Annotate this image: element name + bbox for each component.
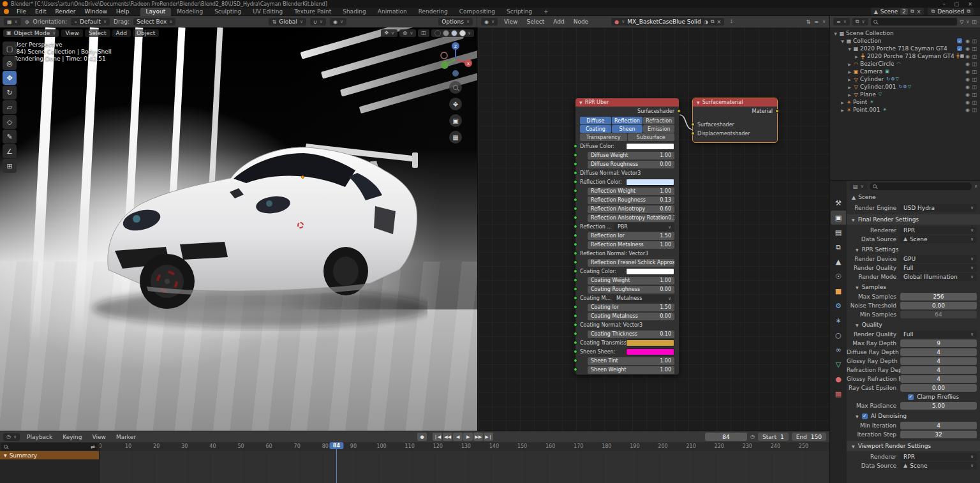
properties-tab-view-layer[interactable]: ⧉ xyxy=(831,240,846,254)
collection-checkbox[interactable]: ✓ xyxy=(957,46,962,51)
panel-header-rpr-settings[interactable]: ▼RPR Settings xyxy=(847,245,980,254)
uber-param-coating-thickness[interactable]: Coating Thickness0.10 xyxy=(580,330,674,338)
material-output-socket[interactable] xyxy=(775,109,779,113)
properties-tab-render[interactable]: ▣ xyxy=(831,211,846,225)
panel-header-samples[interactable]: ▼Samples xyxy=(847,283,980,292)
frame-end-field[interactable]: End150 xyxy=(792,433,826,441)
shading-rendered-button[interactable] xyxy=(459,30,466,36)
hide-eye-icon[interactable]: ◉ xyxy=(964,61,971,67)
lobe-sheen-button[interactable]: Sheen xyxy=(612,125,643,133)
uber-param-coating-transmission-c[interactable]: Coating Transmission C... xyxy=(580,339,674,347)
drag-dropdown[interactable]: Select Box∨ xyxy=(133,18,175,26)
setting-dropdown[interactable]: USD Hydra∨ xyxy=(900,204,977,212)
hide-eye-icon[interactable]: ◉ xyxy=(964,54,971,59)
outliner-item-camera[interactable]: ▶▣Camera▣◉◫ xyxy=(830,68,980,75)
setting-number-field[interactable]: 4 xyxy=(900,357,977,365)
viewport-3d[interactable]: ▣ Object Mode∨ ViewSelectAddObject ✥∨ ◍∨… xyxy=(0,27,477,431)
node-snap-icon[interactable]: ⇅ xyxy=(806,19,810,25)
disable-render-icon[interactable]: ◫ xyxy=(971,54,978,59)
properties-type-button[interactable]: ▤∨ xyxy=(850,182,867,190)
input-socket[interactable] xyxy=(574,207,577,211)
mode-transfer-icon[interactable]: ⊕ xyxy=(25,19,29,25)
input-socket[interactable] xyxy=(574,251,577,255)
properties-tab-object[interactable]: ■ xyxy=(831,284,846,298)
scene-selector[interactable]: ▲ Scene 2 ⧉ × xyxy=(871,8,924,15)
color-swatch[interactable] xyxy=(626,339,674,346)
perspective-toggle-button[interactable]: ▦ xyxy=(449,131,462,144)
node-menu-add[interactable]: Add xyxy=(549,19,568,25)
node-editor-type-button[interactable]: ◉∨ xyxy=(481,18,498,26)
outliner-item-collection[interactable]: ▼▦Collection✓◉◫ xyxy=(830,37,980,45)
param-slider[interactable]: Diffuse Weight1.00 xyxy=(588,152,674,160)
lobe-coating-button[interactable]: Coating xyxy=(580,125,611,133)
transform-pivot-dropdown[interactable]: ⇅Global∨ xyxy=(269,18,306,26)
expand-icon[interactable]: ▶ xyxy=(840,100,845,105)
color-swatch[interactable] xyxy=(626,348,674,355)
menu-edit[interactable]: Edit xyxy=(31,8,50,15)
input-socket[interactable] xyxy=(574,260,577,264)
disable-render-icon[interactable]: ◫ xyxy=(971,84,978,90)
param-slider[interactable]: Coating Roughness0.00 xyxy=(588,286,674,294)
uber-param-diffuse-normal-vector3[interactable]: Diffuse Normal: Vector3 xyxy=(580,169,674,177)
orientation-dropdown[interactable]: ⌁Default∨ xyxy=(71,18,110,26)
input-socket[interactable] xyxy=(574,287,577,291)
options-button[interactable]: Options∨ xyxy=(438,18,473,26)
surface-input-displacementshader[interactable]: Displacementshader xyxy=(697,130,773,138)
setting-dropdown[interactable]: GPU∨ xyxy=(900,255,977,263)
expand-icon[interactable]: ▶ xyxy=(847,93,852,97)
menu-render[interactable]: Render xyxy=(51,8,80,15)
uber-param-coating-m[interactable]: Coating M...Metalness∨ xyxy=(580,294,674,302)
lobe-emission-button[interactable]: Emission xyxy=(643,125,674,133)
timeline-menu-marker[interactable]: Marker xyxy=(112,434,140,440)
input-socket[interactable] xyxy=(574,314,577,318)
setting-number-field[interactable]: 9 xyxy=(900,339,977,347)
hide-eye-icon[interactable]: ◉ xyxy=(964,92,971,98)
expand-icon[interactable]: ▼ xyxy=(847,47,852,51)
expand-icon[interactable]: ▼ xyxy=(840,39,845,43)
param-slider[interactable]: Reflection Anisotropy Rotation0.12 xyxy=(588,214,674,222)
setting-dropdown[interactable]: RPR∨ xyxy=(900,227,977,234)
uber-param-sheen-weight[interactable]: Sheen Weight1.00 xyxy=(580,366,674,374)
input-socket[interactable] xyxy=(574,189,577,193)
viewport-menu-object[interactable]: Object xyxy=(133,29,159,37)
outliner-item-2020-porche-718-cayman-gt4[interactable]: ▼▦2020 Porche 718 Cayman GT4✓◉◫ xyxy=(830,45,980,52)
uber-param-sheen-tint[interactable]: Sheen Tint1.00 xyxy=(580,357,674,365)
playhead-frame-label[interactable]: 84 xyxy=(330,442,343,449)
new-scene-icon[interactable]: ⧉ xyxy=(910,8,914,15)
menu-file[interactable]: File xyxy=(12,8,31,15)
window-button-1[interactable]: □ xyxy=(954,1,960,7)
input-socket[interactable] xyxy=(574,234,577,237)
expand-icon[interactable]: ▶ xyxy=(840,108,845,112)
displacementshader-input-socket[interactable] xyxy=(691,131,695,135)
uber-param-coating-normal-vector3[interactable]: Coating Normal: Vector3 xyxy=(580,321,674,329)
node-menu-view[interactable]: View xyxy=(500,19,521,25)
setting-dropdown[interactable]: ▲Scene∨ xyxy=(900,235,977,243)
workspace-tab-rendering[interactable]: Rendering xyxy=(413,8,454,16)
setting-number-field[interactable]: 5.00 xyxy=(900,402,977,410)
setting-number-field[interactable]: 0.00 xyxy=(900,384,977,392)
window-button-2[interactable]: × xyxy=(968,1,972,7)
new-view-layer-icon[interactable]: ⧉ xyxy=(967,8,970,15)
outliner-item-point[interactable]: ▶☀Point☀◉◫ xyxy=(830,98,980,106)
setting-dropdown[interactable]: Full∨ xyxy=(900,264,977,272)
input-socket[interactable] xyxy=(574,350,577,353)
param-slider[interactable]: Coating Weight1.00 xyxy=(588,277,674,285)
surface-output-material[interactable]: Material xyxy=(697,107,773,115)
checkbox[interactable]: ✓ xyxy=(862,413,868,419)
param-dropdown[interactable]: PBR∨ xyxy=(614,223,674,231)
view-layer-selector[interactable]: ⧉ Denoised ⧉ xyxy=(928,8,974,15)
outliner-item-2020-porche-718-cayman-gt4[interactable]: ▶╋2020 Porche 718 Cayman GT4╋▦◉◫ xyxy=(830,52,980,60)
pan-button[interactable]: ✥ xyxy=(449,98,462,110)
param-slider[interactable]: Reflection Roughness0.13 xyxy=(588,197,674,204)
shading-wireframe-button[interactable] xyxy=(434,30,441,36)
timeline-type-button[interactable]: ◷∨ xyxy=(3,433,20,441)
input-socket[interactable] xyxy=(574,242,577,246)
input-socket[interactable] xyxy=(574,144,577,148)
rpr-uber-node-header[interactable]: ▼RPR Uber xyxy=(575,98,679,107)
disable-render-icon[interactable]: ◫ xyxy=(971,92,978,98)
expand-icon[interactable]: ▼ xyxy=(833,31,838,36)
workspace-tab-modeling[interactable]: Modeling xyxy=(171,8,209,16)
xray-toggle[interactable]: ◫ xyxy=(418,29,429,37)
uber-param-diffuse-weight[interactable]: Diffuse Weight1.00 xyxy=(580,151,674,160)
node-menu-node[interactable]: Node xyxy=(570,19,593,25)
